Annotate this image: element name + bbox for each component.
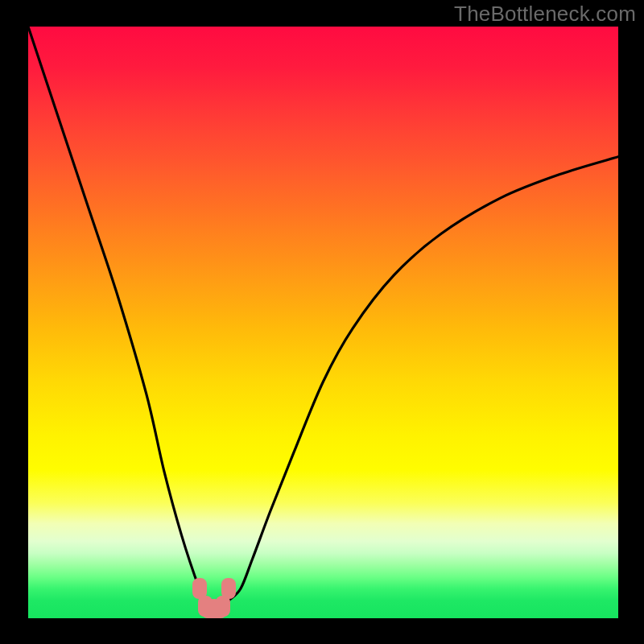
chart-frame: TheBottleneck.com — [0, 0, 644, 644]
marker-valley-bar — [201, 605, 228, 618]
watermark-text: TheBottleneck.com — [454, 2, 636, 27]
marker-right-shoulder — [221, 578, 236, 599]
bottleneck-curve — [28, 27, 618, 618]
plot-area — [28, 27, 618, 618]
